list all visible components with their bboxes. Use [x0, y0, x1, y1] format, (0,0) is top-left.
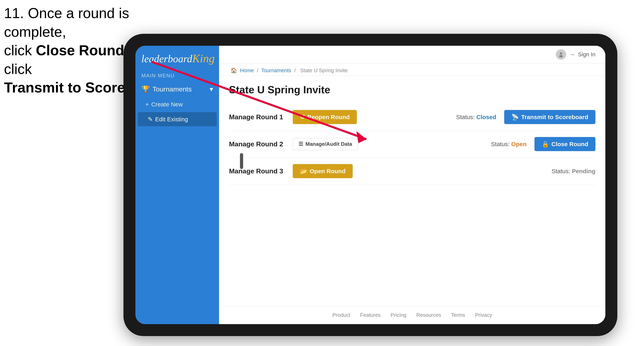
- app-container: leaderboardKing MAIN MENU 🏆 Tournaments …: [136, 46, 605, 324]
- sign-in-label[interactable]: Sign In: [578, 51, 596, 58]
- open-round-button[interactable]: 📂 Open Round: [293, 164, 353, 178]
- footer-link-product[interactable]: Product: [332, 312, 350, 318]
- transmit-icon: 📡: [512, 114, 519, 121]
- breadcrumb-current: State U Spring Invite: [300, 67, 348, 73]
- audit-icon: ☰: [298, 141, 303, 147]
- round-2-status-value: Open: [511, 141, 526, 147]
- footer-link-resources[interactable]: Resources: [416, 312, 441, 318]
- sign-in-arrow-icon: →: [569, 51, 575, 58]
- sidebar: leaderboardKing MAIN MENU 🏆 Tournaments …: [136, 46, 219, 324]
- footer-link-features[interactable]: Features: [360, 312, 381, 318]
- manage-audit-data-button[interactable]: ☰ Manage/Audit Data: [293, 138, 358, 150]
- top-bar: → Sign In: [219, 46, 605, 63]
- svg-point-3: [559, 55, 563, 57]
- page-title: State U Spring Invite: [229, 84, 596, 96]
- round-1-row: Manage Round 1 ↺ Reopen Round Status: Cl…: [229, 104, 596, 131]
- round-3-row: Manage Round 3 📂 Open Round Status: Pend…: [229, 158, 596, 185]
- reopen-round-button[interactable]: ↺ Reopen Round: [293, 110, 357, 124]
- round-1-title: Manage Round 1: [229, 113, 285, 121]
- breadcrumb-sep2: /: [294, 67, 296, 73]
- create-new-label: Create New: [151, 101, 183, 108]
- round-3-title: Manage Round 3: [229, 167, 285, 175]
- round-2-title: Manage Round 2: [229, 140, 285, 148]
- round-3-status-value: Pending: [572, 168, 596, 174]
- round-1-right: Status: Closed 📡 Transmit to Scoreboard: [456, 110, 596, 124]
- app-logo: leaderboardKing: [142, 52, 213, 65]
- round-1-status-value: Closed: [476, 114, 496, 120]
- round-2-status-label: Status: Open: [491, 141, 526, 148]
- chevron-down-icon: ▾: [210, 85, 213, 93]
- footer-links: Product Features Pricing Resources Terms…: [219, 306, 605, 324]
- sidebar-item-tournaments[interactable]: 🏆 Tournaments ▾: [136, 81, 219, 97]
- tablet-screen: leaderboardKing MAIN MENU 🏆 Tournaments …: [136, 46, 605, 324]
- open-round-label: Open Round: [310, 168, 346, 174]
- tournaments-left: 🏆 Tournaments: [142, 85, 192, 93]
- round-3-status-label: Status: Pending: [552, 168, 596, 174]
- breadcrumb-sep1: /: [257, 67, 258, 73]
- round-2-left: Manage Round 2 ☰ Manage/Audit Data: [229, 138, 358, 150]
- breadcrumb: 🏠 Home / Tournaments / State U Spring In…: [219, 63, 605, 76]
- round-2-right: Status: Open 🔒 Close Round: [491, 137, 596, 151]
- logo-leaderboard: leaderboard: [142, 53, 192, 64]
- footer-link-pricing[interactable]: Pricing: [390, 312, 406, 318]
- transmit-to-scoreboard-button[interactable]: 📡 Transmit to Scoreboard: [504, 110, 596, 124]
- logo-area: leaderboardKing: [136, 46, 219, 69]
- tablet-device: leaderboardKing MAIN MENU 🏆 Tournaments …: [124, 34, 617, 336]
- edit-icon: ✎: [148, 116, 153, 123]
- page-content: State U Spring Invite Manage Round 1 ↺ R…: [219, 76, 605, 306]
- close-round-label: Close Round: [552, 141, 588, 148]
- main-content: → Sign In 🏠 Home / Tournaments / State U…: [219, 46, 605, 324]
- round-2-row: Manage Round 2 ☰ Manage/Audit Data Statu…: [229, 131, 596, 158]
- footer-link-terms[interactable]: Terms: [451, 312, 465, 318]
- reopen-icon: ↺: [300, 114, 305, 121]
- transmit-to-scoreboard-label: Transmit to Scoreboard: [521, 114, 588, 121]
- reopen-round-label: Reopen Round: [307, 114, 350, 121]
- tablet-volume-button: [240, 153, 243, 169]
- trophy-icon: 🏆: [142, 85, 150, 93]
- sidebar-sub-item-edit-existing[interactable]: ✎ Edit Existing: [138, 112, 217, 126]
- logo-king: King: [192, 52, 215, 65]
- round-3-left: Manage Round 3 📂 Open Round: [229, 164, 353, 178]
- footer-link-privacy[interactable]: Privacy: [475, 312, 492, 318]
- breadcrumb-home-link[interactable]: Home: [240, 67, 254, 73]
- close-round-button[interactable]: 🔒 Close Round: [534, 137, 596, 151]
- close-icon: 🔒: [542, 141, 549, 148]
- svg-point-2: [560, 52, 562, 55]
- sidebar-sub-item-create-new[interactable]: + Create New: [136, 97, 219, 111]
- round-1-left: Manage Round 1 ↺ Reopen Round: [229, 110, 357, 124]
- manage-audit-data-label: Manage/Audit Data: [306, 141, 352, 147]
- open-icon: 📂: [300, 168, 307, 174]
- main-menu-label: MAIN MENU: [136, 69, 219, 81]
- breadcrumb-tournaments-link[interactable]: Tournaments: [261, 67, 291, 73]
- breadcrumb-home-icon: 🏠: [230, 67, 237, 73]
- instruction-bold1: Close Round: [36, 42, 124, 58]
- sign-in-area: → Sign In: [556, 49, 596, 60]
- plus-icon: +: [145, 101, 149, 108]
- edit-existing-label: Edit Existing: [155, 116, 188, 123]
- tournaments-label: Tournaments: [152, 85, 192, 93]
- round-1-status-label: Status: Closed: [456, 114, 496, 121]
- sidebar-menu: 🏆 Tournaments ▾ + Create New ✎ Edit Exis…: [136, 81, 219, 324]
- avatar-icon: [556, 49, 566, 60]
- round-3-right: Status: Pending: [552, 168, 596, 174]
